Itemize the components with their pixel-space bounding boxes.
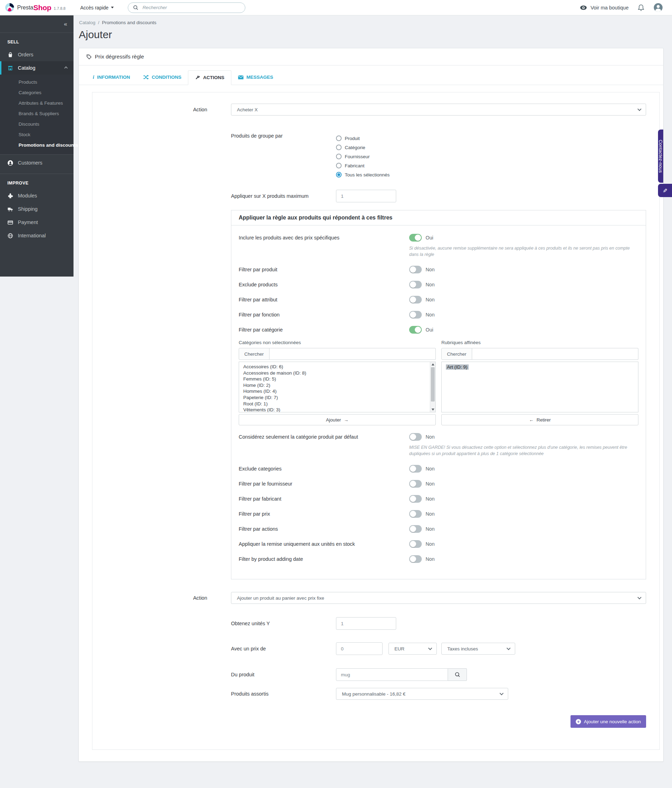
radio-option-tous-selectionnes[interactable]: Tous les sélectionnés (336, 170, 389, 179)
stock-only-toggle[interactable] (409, 540, 422, 548)
max-products-input[interactable] (336, 190, 396, 202)
filter-attribute-toggle[interactable] (409, 296, 422, 303)
filter-category-toggle[interactable] (409, 326, 422, 334)
sidebar-item-customers[interactable]: Customers (0, 155, 73, 171)
topbar-right: Voir ma boutique (580, 3, 672, 12)
sidebar-item-attributes-features[interactable]: Attributes & Features (0, 98, 73, 108)
tab-messages[interactable]: MESSAGES (231, 70, 280, 85)
assorted-select[interactable]: Mug personnalisable - 16,82 € (336, 688, 508, 700)
filter-row-manufacturer: Filtrer par fabricant Non (239, 494, 639, 504)
sidebar-collapse-button[interactable]: « (0, 16, 73, 33)
product-search-input[interactable] (336, 668, 448, 681)
shipping-truck-icon (7, 206, 13, 212)
search-label-button[interactable]: Chercher (442, 348, 472, 360)
filter-supplier-toggle[interactable] (409, 480, 422, 488)
search-label-button[interactable]: Chercher (239, 348, 270, 360)
category-option[interactable]: Home (ID: 2) (243, 382, 431, 389)
sidebar-item-catalog[interactable]: Catalog (0, 61, 73, 75)
radio-option-categorie[interactable]: Catégorie (336, 143, 389, 152)
category-option[interactable]: Papeterie (ID: 7) (243, 394, 431, 401)
contact-pencil-button[interactable]: ✎ (658, 184, 672, 197)
action1-row: Action Acheter X (106, 103, 646, 116)
filter-actions-toggle[interactable] (409, 525, 422, 533)
filter-price-toggle[interactable] (409, 510, 422, 518)
main-content: Catalog / Promotions and discounts Ajout… (73, 16, 672, 762)
category-option[interactable]: Accessoires (ID: 6) (243, 364, 431, 370)
filter-manufacturer-toggle[interactable] (409, 495, 422, 503)
tab-actions[interactable]: ACTIONS (188, 70, 231, 85)
filters-section: Appliquer la règle aux produits qui répo… (231, 210, 646, 579)
exclude-products-toggle[interactable] (409, 281, 422, 288)
filter-row-attribute: Filtrer par attribut Non (239, 294, 639, 305)
sidebar-item-orders[interactable]: Orders (0, 48, 73, 61)
filter-feature-toggle[interactable] (409, 311, 422, 319)
sidebar-item-modules[interactable]: Modules (0, 189, 73, 202)
sidebar-item-payment[interactable]: Payment (0, 216, 73, 229)
radio-option-fabricant[interactable]: Fabricant (336, 161, 389, 170)
search-input[interactable] (142, 5, 240, 11)
selected-category-option[interactable]: Art (ID: 9) (446, 364, 469, 370)
notifications-bell-icon[interactable] (638, 4, 644, 11)
radio-icon (336, 135, 342, 141)
sidebar-item-international[interactable]: International (0, 229, 73, 242)
sidebar-item-brands-suppliers[interactable]: Brands & Suppliers (0, 108, 73, 119)
add-category-button[interactable]: Ajouter → (239, 414, 436, 425)
category-option[interactable]: Hommes (ID: 4) (243, 388, 431, 394)
toggle-state: Non (426, 434, 435, 440)
toggle-state: Non (426, 297, 435, 302)
available-categories-search-input[interactable] (270, 348, 436, 360)
max-products-row: Appliquer sur X produits maximum (231, 190, 646, 202)
shuffle-icon (143, 75, 149, 79)
category-option[interactable]: Accessoires de maison (ID: 8) (243, 370, 431, 377)
price-input[interactable] (336, 642, 383, 655)
view-shop-link[interactable]: Voir ma boutique (580, 5, 629, 11)
include-specific-toggle[interactable] (409, 234, 422, 241)
radio-option-fournisseur[interactable]: Fournisseur (336, 152, 389, 161)
filter-product-toggle[interactable] (409, 266, 422, 273)
toggle-state: Non (426, 267, 435, 272)
tab-conditions[interactable]: CONDITIONS (137, 70, 188, 85)
list-scrollbar[interactable] (430, 362, 435, 412)
filter-label: Considérez seulement la catégorie produi… (239, 434, 409, 440)
prestashop-logo[interactable]: PrestaShop 1.7.8.8 (5, 3, 65, 12)
available-categories-title: Catégories non sélectionnées (239, 340, 436, 345)
category-option[interactable]: Vêtements (ID: 3) (243, 407, 431, 412)
adding-date-toggle[interactable] (409, 555, 422, 563)
sidebar-item-promotions-discounts[interactable]: Promotions and discounts (0, 140, 73, 151)
improve-section-label: IMPROVE (0, 174, 73, 189)
sidebar-item-stock[interactable]: Stock (0, 130, 73, 140)
quick-access-menu[interactable]: Accès rapide (80, 5, 114, 11)
remove-category-button[interactable]: ← Retirer (442, 414, 639, 425)
international-globe-icon (7, 233, 13, 239)
exclude-categories-toggle[interactable] (409, 465, 422, 473)
sidebar-item-shipping[interactable]: Shipping (0, 202, 73, 216)
user-avatar[interactable] (653, 3, 663, 12)
sidebar-item-discounts[interactable]: Discounts (0, 119, 73, 130)
selected-categories-search-input[interactable] (472, 348, 639, 360)
sidebar-item-products[interactable]: Products (0, 77, 73, 87)
sidebar-item-label: Catalog (18, 65, 35, 71)
breadcrumb-catalog[interactable]: Catalog (79, 20, 95, 25)
currency-select[interactable]: EUR (389, 643, 437, 655)
units-input[interactable] (336, 617, 396, 630)
tab-information[interactable]: i INFORMATION (86, 70, 137, 85)
default-category-toggle[interactable] (409, 433, 422, 441)
filter-label: Filtrer par le fournisseur (239, 481, 409, 486)
group-by-label: Produits de groupe par (231, 133, 336, 139)
radio-label: Fabricant (345, 163, 364, 168)
tax-select[interactable]: Taxes incluses (442, 643, 515, 655)
action1-select[interactable]: Acheter X (231, 103, 646, 116)
sell-section-label: SELL (0, 33, 73, 48)
contact-us-button[interactable]: Contactez-nous (658, 130, 663, 183)
sidebar-item-categories[interactable]: Categories (0, 87, 73, 98)
filter-label: Inclure les produits avec des prix spéci… (239, 235, 409, 240)
view-shop-label: Voir ma boutique (591, 5, 629, 11)
radio-option-produit[interactable]: Produit (336, 134, 389, 143)
category-option[interactable]: Femmes (ID: 5) (243, 376, 431, 382)
action2-select[interactable]: Ajouter un produit au panier avec prix f… (231, 592, 646, 604)
filter-label: Exclude products (239, 282, 409, 288)
add-new-action-button[interactable]: + Ajouter une nouvelle action (570, 715, 646, 728)
category-option[interactable]: Root (ID: 1) (243, 401, 431, 407)
toggle-state: Non (426, 312, 435, 318)
product-search-button[interactable] (448, 668, 467, 681)
